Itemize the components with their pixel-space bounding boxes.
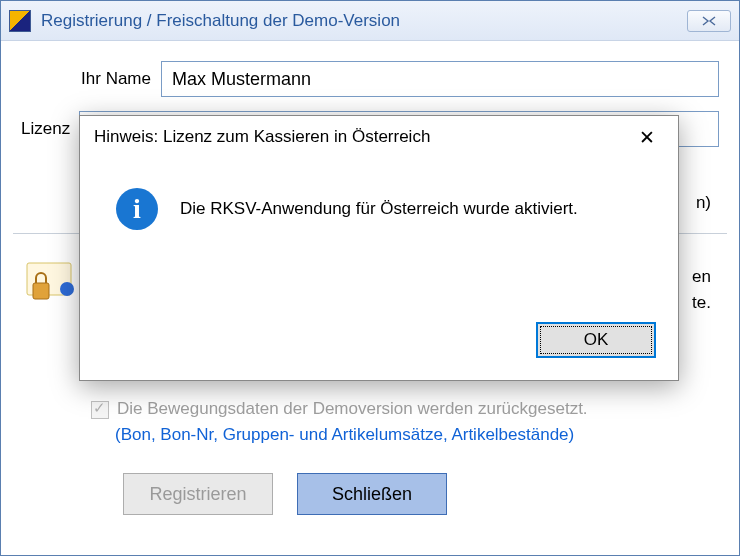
reset-sublabel: (Bon, Bon-Nr, Gruppen- und Artikelumsätz… bbox=[115, 425, 574, 445]
registration-window: Registrierung / Freischaltung der Demo-V… bbox=[0, 0, 740, 556]
dialog-titlebar: Hinweis: Lizenz zum Kassieren in Österre… bbox=[80, 116, 678, 158]
name-input[interactable] bbox=[161, 61, 719, 97]
dialog-title: Hinweis: Lizenz zum Kassieren in Österre… bbox=[94, 127, 630, 147]
svg-point-1 bbox=[60, 282, 74, 296]
dialog-footer: OK bbox=[536, 322, 656, 358]
dialog-close-button[interactable]: ✕ bbox=[630, 123, 664, 151]
dialog-message: Die RKSV-Anwendung für Österreich wurde … bbox=[180, 199, 578, 219]
ok-button[interactable]: OK bbox=[536, 322, 656, 358]
info-icon: i bbox=[116, 188, 158, 230]
reset-checkbox[interactable] bbox=[91, 401, 109, 419]
close-icon bbox=[699, 16, 719, 26]
titlebar: Registrierung / Freischaltung der Demo-V… bbox=[1, 1, 739, 41]
window-title: Registrierung / Freischaltung der Demo-V… bbox=[41, 11, 687, 31]
reset-checkbox-label: Die Bewegungsdaten der Demoversion werde… bbox=[117, 399, 588, 419]
obscured-text-fragment-2: te. bbox=[692, 293, 711, 313]
dialog-body: i Die RKSV-Anwendung für Österreich wurd… bbox=[80, 158, 678, 240]
name-row: Ihr Name bbox=[21, 61, 719, 97]
name-label: Ihr Name bbox=[21, 69, 161, 89]
lizenz-label: Lizenz bbox=[21, 119, 79, 139]
certificate-lock-icon bbox=[21, 259, 81, 309]
register-button: Registrieren bbox=[123, 473, 273, 515]
app-icon bbox=[9, 10, 31, 32]
reset-checkbox-row: Die Bewegungsdaten der Demoversion werde… bbox=[91, 399, 588, 419]
info-dialog: Hinweis: Lizenz zum Kassieren in Österre… bbox=[79, 115, 679, 381]
obscured-button-fragment: n) bbox=[696, 193, 711, 213]
close-button[interactable]: Schließen bbox=[297, 473, 447, 515]
svg-rect-2 bbox=[33, 283, 49, 299]
window-close-button[interactable] bbox=[687, 10, 731, 32]
obscured-text-fragment-1: en bbox=[692, 267, 711, 287]
button-bar: Registrieren Schließen bbox=[1, 473, 739, 515]
